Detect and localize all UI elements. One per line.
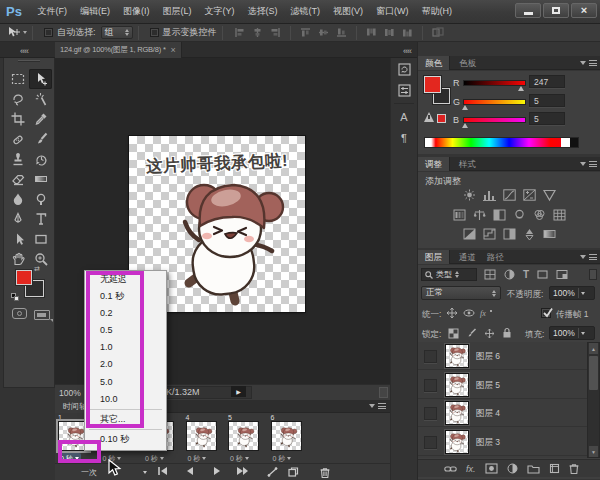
maximize-button[interactable]: [543, 3, 569, 18]
move-tool-preset-icon[interactable]: [6, 26, 20, 40]
layer-visibility-toggle[interactable]: [424, 436, 437, 449]
layer-thumbnail[interactable]: [445, 344, 469, 368]
adj-hue-saturation-icon[interactable]: [453, 209, 466, 221]
layer-thumbnail[interactable]: [445, 430, 469, 454]
delay-menu-item[interactable]: 1.0: [85, 339, 166, 356]
gamut-warning-icon[interactable]: [424, 112, 434, 122]
zoom-level[interactable]: 100%: [59, 388, 81, 398]
slider-marker-b-icon[interactable]: [462, 123, 468, 128]
tool-history-brush[interactable]: [29, 149, 52, 169]
new-adjustment-layer-icon[interactable]: [507, 463, 518, 474]
scroll-up-icon[interactable]: ▲: [589, 343, 598, 354]
adj-curves-icon[interactable]: [503, 189, 516, 201]
filter-adjustment-layers-icon[interactable]: [504, 269, 515, 280]
menu-window[interactable]: 窗口(W): [369, 0, 415, 23]
adj-color-balance-icon[interactable]: [473, 209, 486, 221]
tool-preset-caret-icon[interactable]: [23, 31, 27, 34]
fill-field[interactable]: 100%: [549, 326, 595, 340]
adj-brightness-icon[interactable]: [463, 189, 476, 201]
delay-menu-item[interactable]: 无延迟: [85, 271, 166, 288]
delete-layer-icon[interactable]: [569, 463, 579, 474]
tool-brush[interactable]: [29, 129, 52, 149]
filter-smart-objects-icon[interactable]: [556, 269, 568, 280]
align-right-edges-icon[interactable]: [270, 27, 281, 38]
frame-thumbnail[interactable]: [228, 421, 259, 451]
align-h-centers-icon[interactable]: [252, 27, 263, 38]
tool-move[interactable]: [29, 69, 52, 89]
menu-filter[interactable]: 滤镜(T): [284, 0, 327, 23]
channel-slider-b[interactable]: [463, 117, 526, 123]
menu-type[interactable]: 文字(Y): [198, 0, 241, 23]
blend-mode-select[interactable]: 正常: [421, 286, 501, 300]
channel-value-b[interactable]: 5: [529, 112, 565, 125]
status-popup-arrow-icon[interactable]: ▶: [231, 386, 246, 397]
filter-toggle-switch[interactable]: [589, 269, 597, 280]
timeline-frame[interactable]: 5 0 秒: [227, 413, 267, 463]
tab-swatches[interactable]: 色板: [452, 56, 483, 70]
filter-type-layers-icon[interactable]: T: [523, 269, 529, 280]
foreground-color-swatch[interactable]: [16, 270, 32, 285]
adj-gradient-map-icon[interactable]: [543, 228, 556, 240]
quick-mask-button[interactable]: [12, 308, 27, 319]
tool-crop[interactable]: [6, 109, 29, 129]
tool-path-selection[interactable]: [6, 229, 29, 249]
auto-select-dropdown[interactable]: 组: [101, 26, 133, 39]
tool-eyedropper[interactable]: [29, 109, 52, 129]
adj-exposure-icon[interactable]: [523, 189, 536, 201]
history-panel-icon[interactable]: [395, 60, 413, 78]
new-group-icon[interactable]: [527, 463, 540, 474]
previous-frame-button[interactable]: [186, 467, 194, 475]
document-tab-close-icon[interactable]: ×: [171, 45, 176, 55]
delay-menu-item[interactable]: 2.0: [85, 356, 166, 373]
palette-grip[interactable]: [4, 58, 54, 64]
document-tab[interactable]: 124.gif @ 100%(图层 1, RGB/8) * ×: [55, 42, 182, 58]
delete-frame-button[interactable]: [320, 467, 330, 478]
layers-panel-menu-icon[interactable]: [580, 254, 597, 260]
layer-row[interactable]: 图层 4: [418, 399, 587, 427]
tool-blur[interactable]: [6, 189, 29, 209]
minimize-button[interactable]: [515, 3, 541, 18]
tool-spot-healing-brush[interactable]: [6, 129, 29, 149]
scroll-down-icon[interactable]: ▼: [589, 446, 598, 457]
lock-transparency-icon[interactable]: [448, 328, 459, 339]
show-transform-checkbox[interactable]: [150, 28, 159, 37]
tool-eraser[interactable]: [6, 169, 29, 189]
tool-type[interactable]: [29, 209, 52, 229]
timeline-panel-menu-icon[interactable]: [369, 403, 386, 409]
layer-visibility-toggle[interactable]: [424, 407, 437, 420]
align-bottom-edges-icon[interactable]: [336, 27, 347, 38]
channel-value-r[interactable]: 247: [529, 75, 565, 88]
auto-align-layers-icon[interactable]: [432, 27, 444, 38]
default-colors-icon[interactable]: [11, 293, 20, 301]
menu-view[interactable]: 视图(V): [326, 0, 369, 23]
distribute-top-icon[interactable]: [366, 27, 377, 38]
tool-gradient[interactable]: [29, 169, 52, 189]
character-panel-icon[interactable]: A: [395, 108, 413, 126]
foreground-color-swatch-panel[interactable]: [424, 76, 441, 93]
distribute-v-centers-icon[interactable]: [384, 27, 395, 38]
layer-style-icon[interactable]: fx.: [466, 464, 476, 474]
collapse-tools-icon[interactable]: ««: [20, 46, 28, 56]
layer-visibility-toggle[interactable]: [424, 379, 437, 392]
layer-row[interactable]: 图层 3: [418, 428, 587, 456]
adj-photo-filter-icon[interactable]: [513, 209, 526, 221]
menu-image[interactable]: 图像(I): [116, 0, 156, 23]
adj-threshold-icon[interactable]: [503, 228, 516, 240]
delay-menu-item[interactable]: 5.0: [85, 374, 166, 391]
screen-mode-button[interactable]: [34, 310, 50, 320]
adj-black-white-icon[interactable]: [493, 209, 506, 221]
play-button[interactable]: [213, 467, 221, 475]
delay-menu-item[interactable]: 10.0: [85, 391, 166, 408]
unify-position-icon[interactable]: [446, 307, 458, 319]
adjustments-panel-menu-icon[interactable]: [580, 161, 597, 167]
adj-selective-color-icon[interactable]: [523, 228, 536, 240]
unify-visibility-icon[interactable]: [463, 307, 475, 319]
filter-shape-layers-icon[interactable]: [537, 269, 548, 280]
lock-pixels-icon[interactable]: [466, 328, 477, 339]
close-button[interactable]: ×: [571, 3, 597, 18]
swap-colors-icon[interactable]: ⇄: [34, 265, 40, 273]
tab-layers[interactable]: 图层: [418, 250, 450, 264]
channel-value-g[interactable]: 5: [529, 94, 565, 107]
propagate-checkbox[interactable]: [541, 308, 551, 318]
channel-slider-g[interactable]: [463, 99, 526, 105]
